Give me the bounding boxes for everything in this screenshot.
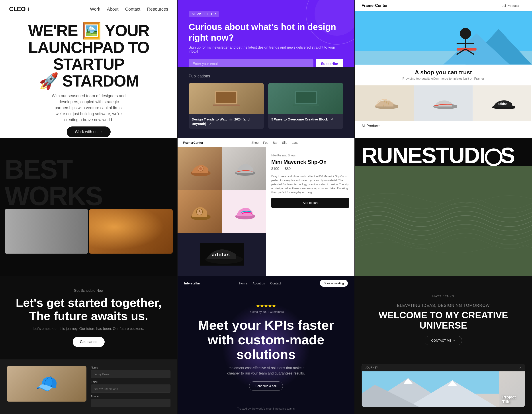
pub-arrow-2: ↗ [330, 117, 333, 122]
kpi-stars: ★★★★★ [256, 303, 276, 308]
newsletter-cell: NEWSLETTER Curious about what's hot in d… [177, 0, 355, 138]
project-card[interactable]: JOURNEY ↗ Project Title [361, 364, 525, 407]
email-label: Email [91, 381, 171, 384]
creative-hero: MATT JENKS ELEVATING IDEAS, DESIGNING TO… [355, 276, 532, 364]
phone-label: Phone [91, 395, 171, 398]
laptop-pub-icon [213, 90, 240, 107]
card-title: Project Title [499, 392, 525, 407]
snowboarder-scene [355, 11, 532, 65]
svg-rect-5 [216, 92, 236, 103]
cleo-cta-button[interactable]: Work with us → [67, 127, 111, 137]
shoe-svg-1 [371, 97, 398, 110]
shop-trust-section: A shop you can trust Providing top quali… [355, 65, 532, 85]
newsletter-form: Subscribe [189, 59, 343, 67]
card-image: Project Title [362, 371, 525, 407]
name-input[interactable] [91, 370, 171, 378]
shop-logo: FramerCenter [361, 3, 388, 8]
creator-author: MATT JENKS [432, 295, 455, 298]
store-nav-links: Shoe Foo Bar Slip Lace [251, 141, 298, 144]
store-brand: Nike Running Shoes [271, 154, 349, 157]
kpi-nav-about[interactable]: About us [253, 282, 265, 285]
cleo-cell: CLEO + Work About Contact Resources WE'R… [0, 0, 177, 138]
hat-emoji: 🧢 [36, 373, 58, 394]
store-shoe-img-5-adidas: adidas [200, 243, 244, 266]
cleo-logo: CLEO + [9, 6, 30, 13]
pub-card-title-2: 5 Ways to Overcome Creative Block ↗ [271, 117, 333, 121]
pub-card-title-1: Design Trends to Watch in 2024 (and Beyo… [192, 117, 250, 126]
store-nav-foo[interactable]: Foo [263, 141, 268, 144]
creator-tagline: ELEVATING IDEAS, DESIGNING TOMORROW [397, 303, 490, 308]
kpi-logo: Interstellar [184, 282, 200, 285]
newsletter-badge: NEWSLETTER [189, 11, 219, 17]
get-started-label: Get Schedule Now [74, 289, 103, 293]
kpi-nav-home[interactable]: Home [239, 282, 247, 285]
wave-pattern-svg [355, 166, 532, 276]
publications-section: Publications Design Trends to Watch in 2… [178, 67, 354, 138]
kpi-hero: ★★★★★ Trusted by 500+ Customers Meet you… [178, 290, 354, 403]
pub-card-body-2: 5 Ways to Overcome Creative Block ↗ [268, 114, 343, 125]
pub-card-2[interactable]: 5 Ways to Overcome Creative Block ↗ [268, 83, 343, 129]
store-images-grid: adidas [178, 147, 266, 276]
svg-rect-6 [213, 105, 240, 106]
shop-nav-right: All Products ··· [503, 4, 525, 8]
shop-all-products-link[interactable]: All Products [355, 121, 532, 131]
store-price: $100 — $80 [271, 167, 349, 171]
get-started-button[interactable]: Get started [73, 337, 104, 347]
pub-card-image-1 [189, 83, 264, 114]
contact-me-button[interactable]: CONTACT ME → [425, 336, 462, 345]
get-started-cell: Get Schedule Now Let's get started toget… [0, 276, 177, 414]
works-image-light [89, 209, 173, 254]
kpi-trusted-text: Trusted by the world's most innovative t… [178, 403, 354, 414]
shop-nav-more[interactable]: ··· [522, 4, 525, 8]
email-input[interactable] [91, 384, 171, 393]
kpi-nav-links: Home About us Contact [239, 282, 281, 285]
svg-text:adidas: adidas [498, 102, 508, 106]
subscribe-button[interactable]: Subscribe [316, 59, 343, 67]
cleo-headline: WE'RE 🖼️ YOURLAUNCHPAD TO STARTUP🚀 STARD… [14, 22, 164, 89]
schedule-call-button[interactable]: Schedule a call [249, 381, 283, 391]
email-field: Email [91, 381, 171, 393]
pub-card-1[interactable]: Design Trends to Watch in 2024 (and Beyo… [189, 83, 264, 129]
nav-about[interactable]: About [107, 7, 118, 12]
store-nav-bar[interactable]: Bar [273, 141, 278, 144]
shop-trust-subtitle: Providing top quality eCommerce template… [361, 77, 525, 80]
nav-work[interactable]: Work [90, 7, 100, 12]
kpi-description: Implement cost-effective AI solutions th… [222, 365, 310, 376]
store-img-2 [222, 147, 266, 190]
pub-arrow-1: ↗ [208, 122, 211, 126]
shoe-item-3[interactable]: adidas [473, 85, 531, 121]
shop-products-grid: adidas [355, 85, 532, 121]
store-product-name: Mini Maverick Slip-On [271, 159, 349, 165]
svg-text:adidas: adidas [212, 252, 230, 257]
works-image-car [5, 209, 88, 254]
nav-contact[interactable]: Contact [125, 7, 140, 12]
svg-rect-8 [296, 92, 316, 103]
card-expand-icon[interactable]: ↗ [519, 366, 521, 369]
rune-o-circle [485, 148, 503, 166]
shoe-item-1[interactable] [355, 85, 414, 121]
shoe-item-2[interactable] [414, 85, 472, 121]
store-nav-shoe[interactable]: Shoe [251, 141, 259, 144]
phone-input[interactable] [91, 399, 171, 407]
store-nav-action[interactable]: ··· [346, 141, 349, 144]
store-nav-slip[interactable]: Slip [282, 141, 287, 144]
store-shoe-img-4 [233, 200, 255, 223]
pub-card-body-1: Design Trends to Watch in 2024 (and Beyo… [189, 114, 264, 129]
best-works-heading: BEST WORKS [0, 156, 177, 209]
store-shoe-img-3 [189, 200, 210, 223]
newsletter-email-input[interactable] [189, 59, 314, 67]
shop-nav-products[interactable]: All Products [503, 4, 519, 8]
name-label: Name [91, 366, 171, 369]
rune-title: RUNESTUDIS [361, 145, 525, 166]
kpi-cell: Interstellar Home About us Contact Book … [177, 276, 355, 414]
add-to-cart-button[interactable]: Add to cart [271, 198, 349, 208]
shop-trust-title: A shop you can trust [361, 69, 525, 76]
store-nav-lace[interactable]: Lace [292, 141, 298, 144]
pub-cards-container: Design Trends to Watch in 2024 (and Beyo… [189, 83, 343, 129]
nav-resources[interactable]: Resources [147, 7, 168, 12]
store-content: adidas Nike Running Shoes Mini Maverick … [178, 147, 354, 276]
card-category: JOURNEY [365, 366, 378, 369]
book-meeting-button[interactable]: Book a meeting [320, 280, 348, 287]
cleo-nav-links: Work About Contact Resources [90, 7, 168, 12]
kpi-nav-contact[interactable]: Contact [270, 282, 281, 285]
